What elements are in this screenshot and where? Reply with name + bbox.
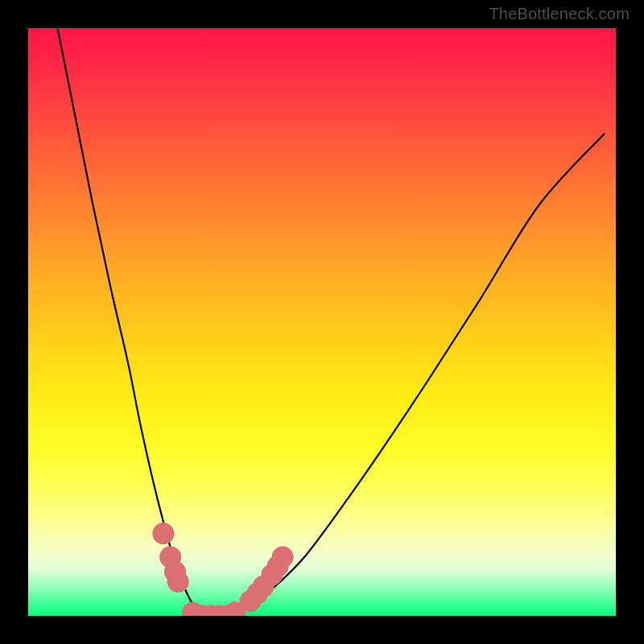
data-marker <box>272 547 294 568</box>
data-marker <box>167 571 189 592</box>
chart-svg <box>28 28 616 616</box>
data-markers <box>152 522 293 616</box>
plot-area <box>28 28 616 616</box>
chart-frame: TheBottleneck.com <box>0 0 644 644</box>
bottleneck-curve <box>58 28 605 616</box>
watermark-text: TheBottleneck.com <box>489 5 630 23</box>
data-marker <box>152 522 174 544</box>
